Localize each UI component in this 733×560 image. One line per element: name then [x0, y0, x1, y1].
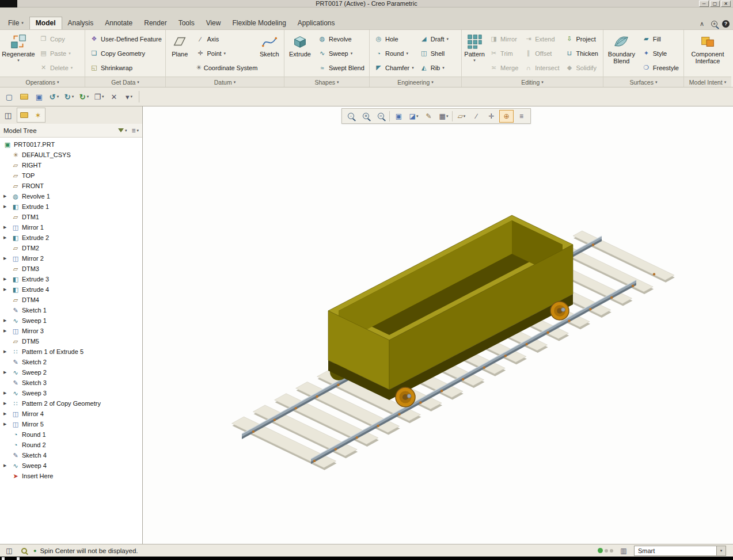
ribbon-group-label-operations[interactable]: Operations▾ — [0, 77, 85, 87]
menu-tab[interactable]: Tools — [173, 17, 200, 29]
search-icon[interactable] — [711, 21, 717, 27]
ribbon-group-label-datum[interactable]: Datum▾ — [166, 77, 284, 87]
ribbon-group-label-model-intent[interactable]: Model Intent▾ — [684, 77, 731, 87]
project-button[interactable]: Project — [562, 32, 601, 46]
copy-geometry-button[interactable]: Copy Geometry — [87, 46, 165, 60]
tree-item[interactable]: Sketch 2 — [0, 357, 142, 367]
offset-button[interactable]: Offset — [521, 46, 562, 60]
tree-item[interactable]: ▶ Extrude 3 — [0, 274, 142, 284]
customize-toolbar-button[interactable]: ▾ — [122, 90, 136, 104]
tree-item[interactable]: ▶ Pattern 2 of Copy Geometry — [0, 398, 142, 409]
close-button[interactable]: ✕ — [721, 1, 731, 7]
tree-item[interactable]: Round 2 — [0, 440, 142, 450]
axis-display-button[interactable] — [469, 110, 484, 123]
find-icon[interactable] — [18, 546, 30, 556]
tree-item[interactable]: DTM2 — [0, 243, 142, 253]
menu-tab[interactable]: Applications — [292, 17, 341, 29]
rib-button[interactable]: Rib▾ — [417, 60, 451, 75]
freestyle-button[interactable]: Freestyle — [639, 60, 682, 75]
component-interface-button[interactable]: Component Interface — [686, 32, 729, 64]
tree-item[interactable]: ▶ Mirror 5 — [0, 419, 142, 429]
maximize-button[interactable]: ▢ — [710, 1, 720, 7]
expand-icon[interactable]: ▶ — [3, 253, 6, 264]
regenerate-button[interactable]: Regenerate ▾ — [2, 32, 35, 63]
selection-buffer-icon[interactable] — [618, 546, 629, 556]
revolve-button[interactable]: Revolve — [315, 32, 367, 46]
tree-item[interactable]: ▶ Extrude 1 — [0, 201, 142, 212]
sketch-button[interactable]: Sketch — [257, 32, 282, 58]
paste-button[interactable]: Paste▾ — [36, 46, 75, 60]
display-style-button[interactable]: ▾ — [407, 110, 421, 123]
hole-button[interactable]: Hole — [371, 32, 417, 46]
thicken-button[interactable]: Thicken — [562, 46, 601, 60]
tree-filter-button[interactable]: ▾ — [118, 128, 127, 133]
boundary-blend-button[interactable]: Boundary Blend — [605, 32, 638, 64]
draft-button[interactable]: Draft▾ — [417, 32, 451, 46]
undo-button[interactable]: ▾ — [47, 90, 61, 104]
plane-button[interactable]: Plane — [168, 32, 192, 58]
extend-button[interactable]: Extend — [521, 32, 562, 46]
new-file-button[interactable] — [2, 90, 16, 104]
merge-button[interactable]: Merge — [487, 60, 521, 75]
expand-icon[interactable]: ▶ — [3, 346, 6, 357]
tree-item[interactable]: DTM4 — [0, 295, 142, 305]
tree-item[interactable]: DTM1 — [0, 212, 142, 222]
swept-blend-button[interactable]: Swept Blend — [315, 60, 367, 75]
redo-button[interactable]: ▾ — [62, 90, 76, 104]
expand-icon[interactable]: ▶ — [3, 398, 6, 409]
tree-item[interactable]: ▶ Extrude 4 — [0, 284, 142, 295]
tree-item[interactable]: Sketch 4 — [0, 450, 142, 460]
view-manager-button[interactable] — [514, 110, 529, 123]
tree-item[interactable]: Sketch 1 — [0, 305, 142, 315]
ribbon-group-label-surfaces[interactable]: Surfaces▾ — [603, 77, 683, 87]
user-defined-feature-button[interactable]: User-Defined Feature — [87, 32, 165, 46]
minimize-button[interactable]: ─ — [699, 1, 709, 7]
graphics-area[interactable]: ▾ ▾ — [143, 106, 733, 544]
zoom-out-button[interactable] — [374, 110, 388, 123]
folder-browser-icon[interactable] — [18, 109, 31, 121]
tree-item[interactable]: DTM5 — [0, 336, 142, 346]
favorites-icon[interactable] — [32, 109, 44, 121]
saved-orientations-button[interactable]: ▾ — [436, 110, 451, 123]
expand-icon[interactable]: ▶ — [3, 315, 6, 326]
tree-item[interactable]: ▶ Sweep 2 — [0, 367, 142, 378]
spin-center-button[interactable] — [499, 110, 514, 123]
ribbon-group-label-editing[interactable]: Editing▾ — [462, 77, 603, 87]
coordinate-system-button[interactable]: Coordinate System — [193, 60, 256, 75]
fill-button[interactable]: Fill — [639, 32, 682, 46]
tree-item[interactable]: ▶ Mirror 1 — [0, 222, 142, 233]
zoom-in-button[interactable] — [359, 110, 373, 123]
regenerate-small-button[interactable]: ▾ — [77, 90, 91, 104]
tree-item[interactable]: PRT0017.PRT — [0, 139, 142, 150]
expand-icon[interactable]: ▶ — [3, 326, 6, 336]
tree-item[interactable]: DTM3 — [0, 264, 142, 274]
dropdown-arrow[interactable]: ▾ — [473, 58, 476, 63]
save-button[interactable] — [32, 90, 46, 104]
ribbon-group-label-get-data[interactable]: Get Data▾ — [85, 77, 165, 87]
repaint-button[interactable] — [392, 110, 406, 123]
axis-button[interactable]: Axis — [193, 32, 256, 46]
minimize-ribbon-icon[interactable]: ∧ — [697, 19, 707, 28]
expand-icon[interactable]: ▶ — [3, 191, 6, 201]
expand-icon[interactable]: ▶ — [3, 233, 6, 243]
tree-item[interactable]: RIGHT — [0, 160, 142, 170]
pattern-button[interactable]: Pattern ▾ — [464, 32, 485, 63]
menu-tab[interactable]: Analysis — [62, 17, 100, 29]
tree-item[interactable]: DEFAULT_CSYS — [0, 150, 142, 160]
tree-item[interactable]: ▶ Sweep 1 — [0, 315, 142, 326]
point-display-button[interactable] — [484, 110, 499, 123]
window-button[interactable]: ▾ — [92, 90, 106, 104]
show-navigator-icon[interactable] — [2, 109, 14, 121]
selection-filter-dropdown[interactable]: Smart ▾ — [634, 546, 726, 556]
expand-icon[interactable]: ▶ — [3, 388, 6, 398]
solidify-button[interactable]: Solidify — [562, 60, 601, 75]
open-folder-button[interactable] — [17, 90, 31, 104]
ribbon-group-label-engineering[interactable]: Engineering▾ — [370, 77, 461, 87]
chamfer-button[interactable]: Chamfer▾ — [371, 60, 417, 75]
navigator-toggle-icon[interactable] — [3, 546, 15, 556]
ribbon-group-label-shapes[interactable]: Shapes▾ — [284, 77, 369, 87]
expand-icon[interactable]: ▶ — [3, 284, 6, 295]
menu-tab[interactable]: Annotate — [99, 17, 138, 29]
delete-button[interactable]: Delete▾ — [36, 60, 75, 75]
tree-item[interactable]: ▶ Extrude 2 — [0, 233, 142, 243]
